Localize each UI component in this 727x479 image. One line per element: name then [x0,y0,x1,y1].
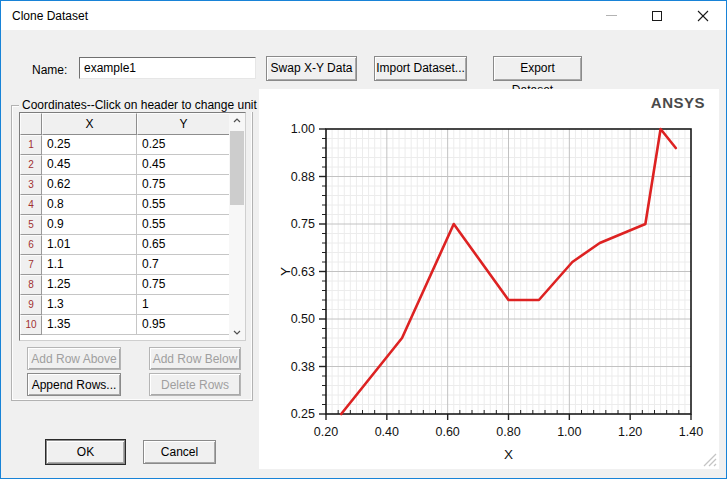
row-number[interactable]: 4 [20,195,42,215]
cell-x[interactable]: 1.3 [42,295,137,315]
cell-x[interactable]: 1.1 [42,255,137,275]
close-button[interactable] [680,1,726,30]
table-row: 71.10.7 [20,255,230,275]
minimize-icon [606,15,617,16]
cell-y[interactable]: 0.45 [137,155,230,175]
cell-y[interactable]: 0.95 [137,315,230,335]
resize-grip-icon[interactable] [701,451,717,467]
cell-x[interactable]: 1.01 [42,235,137,255]
table-row: 50.90.55 [20,215,230,235]
cell-y[interactable]: 0.7 [137,255,230,275]
table-row: 81.250.75 [20,275,230,295]
chevron-down-icon [233,330,241,335]
table-rows: 10.250.2520.450.4530.620.7540.80.5550.90… [20,135,230,341]
svg-text:0.20: 0.20 [314,425,338,439]
row-number[interactable]: 2 [20,155,42,175]
clone-dataset-dialog: Clone Dataset Name: Swap X-Y Data Import… [0,0,727,479]
table-row: 10.250.25 [20,135,230,155]
row-number[interactable]: 9 [20,295,42,315]
svg-text:0.63: 0.63 [291,265,315,279]
cell-y[interactable]: 0.75 [137,275,230,295]
row-number[interactable]: 8 [20,275,42,295]
ansys-logo: ANSYS [651,94,705,111]
titlebar: Clone Dataset [1,1,726,30]
cell-x[interactable]: 0.8 [42,195,137,215]
scrollbar-up-button[interactable] [229,113,245,128]
row-number[interactable]: 1 [20,135,42,155]
cell-x[interactable]: 0.9 [42,215,137,235]
cell-y[interactable]: 0.75 [137,175,230,195]
corner-cell [20,113,42,135]
svg-text:X: X [504,447,513,462]
svg-text:1.40: 1.40 [679,425,703,439]
row-number[interactable]: 6 [20,235,42,255]
table-row: 30.620.75 [20,175,230,195]
name-input[interactable] [79,57,256,79]
cell-y[interactable]: 0.25 [137,135,230,155]
add-row-above-button: Add Row Above [27,347,121,370]
svg-text:1.00: 1.00 [291,122,315,136]
maximize-button[interactable] [634,1,680,30]
maximize-icon [652,11,662,21]
cell-x[interactable]: 1.25 [42,275,137,295]
cell-y[interactable]: 0.65 [137,235,230,255]
svg-text:Y: Y [278,267,293,276]
close-icon [697,10,709,22]
svg-text:0.80: 0.80 [496,425,520,439]
row-number[interactable]: 10 [20,315,42,335]
svg-text:0.60: 0.60 [435,425,459,439]
svg-text:1.00: 1.00 [557,425,581,439]
svg-text:0.50: 0.50 [291,312,315,326]
table-row: 20.450.45 [20,155,230,175]
cancel-button[interactable]: Cancel [143,440,216,464]
delete-rows-button: Delete Rows [149,373,241,396]
window-title: Clone Dataset [12,9,88,23]
chevron-up-icon [233,118,241,123]
svg-text:0.75: 0.75 [291,217,315,231]
cell-x[interactable]: 0.45 [42,155,137,175]
cell-x[interactable]: 1.35 [42,315,137,335]
cell-y[interactable]: 1 [137,295,230,315]
cell-x[interactable]: 0.62 [42,175,137,195]
scrollbar-thumb[interactable] [230,131,244,205]
coordinates-legend: Coordinates--Click on header to change u… [19,98,260,112]
table-row: 101.350.95 [20,315,230,335]
cell-y[interactable]: 0.55 [137,195,230,215]
svg-text:0.88: 0.88 [291,170,315,184]
table-header: X Y [20,113,245,135]
table-scrollbar[interactable] [229,113,245,340]
table-row: 91.31 [20,295,230,315]
import-dataset-button[interactable]: Import Dataset... [374,56,467,81]
column-header-y[interactable]: Y [137,113,230,135]
minimize-button [588,1,634,30]
column-header-x[interactable]: X [42,113,137,135]
scrollbar-down-button[interactable] [229,325,245,340]
row-number[interactable]: 5 [20,215,42,235]
row-number[interactable]: 3 [20,175,42,195]
export-dataset-button[interactable]: Export Dataset... [493,56,582,81]
svg-text:1.20: 1.20 [618,425,642,439]
append-rows-button[interactable]: Append Rows... [27,373,121,396]
cell-y[interactable]: 0.55 [137,215,230,235]
row-number[interactable]: 7 [20,255,42,275]
svg-text:0.40: 0.40 [375,425,399,439]
table-row: 61.010.65 [20,235,230,255]
dataset-plot: 0.200.400.600.801.001.201.401.000.880.75… [259,89,719,469]
svg-text:0.38: 0.38 [291,360,315,374]
name-label: Name: [32,63,67,77]
svg-text:0.25: 0.25 [291,407,315,421]
chart-panel: ANSYS 0.200.400.600.801.001.201.401.000.… [259,89,719,469]
table-row: 40.80.55 [20,195,230,215]
coordinates-table: X Y 10.250.2520.450.4530.620.7540.80.555… [19,112,246,341]
cell-x[interactable]: 0.25 [42,135,137,155]
swap-xy-button[interactable]: Swap X-Y Data [266,56,357,81]
add-row-below-button: Add Row Below [149,347,241,370]
ok-button[interactable]: OK [46,440,125,464]
